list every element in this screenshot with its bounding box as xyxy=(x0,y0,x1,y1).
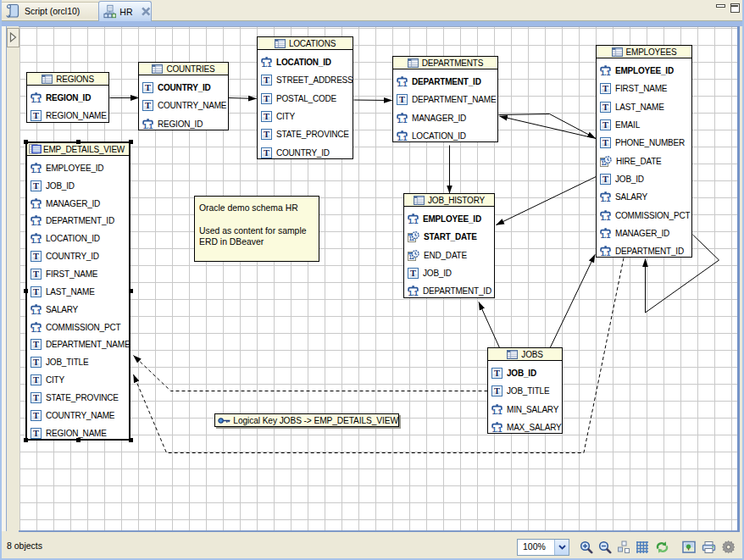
svg-text:T: T xyxy=(33,252,39,261)
svg-text:T: T xyxy=(33,181,39,191)
svg-text:1.1: 1.1 xyxy=(31,96,42,103)
svg-text:T: T xyxy=(602,85,608,94)
svg-text:1.1: 1.1 xyxy=(397,134,408,141)
svg-text:T: T xyxy=(264,148,269,158)
svg-text:T: T xyxy=(410,269,416,278)
svg-text:T: T xyxy=(264,112,269,121)
svg-text:1.1: 1.1 xyxy=(143,122,153,130)
svg-text:T: T xyxy=(33,393,39,402)
svg-text:1.1: 1.1 xyxy=(397,80,408,87)
svg-text:T: T xyxy=(264,94,269,103)
svg-text:T: T xyxy=(33,269,39,279)
svg-text:1.1: 1.1 xyxy=(31,202,42,209)
svg-text:T: T xyxy=(145,102,151,111)
svg-text:T: T xyxy=(33,341,39,350)
svg-text:1.1: 1.1 xyxy=(31,325,42,333)
svg-text:T: T xyxy=(33,358,39,367)
svg-text:1.1: 1.1 xyxy=(31,308,42,315)
svg-text:T: T xyxy=(494,387,500,396)
svg-text:1.1: 1.1 xyxy=(262,60,272,68)
svg-text:1.1: 1.1 xyxy=(601,213,611,221)
svg-text:1.1: 1.1 xyxy=(31,166,42,174)
svg-text:1.1: 1.1 xyxy=(31,219,42,227)
svg-text:1.1: 1.1 xyxy=(408,217,419,225)
svg-text:T: T xyxy=(602,103,608,112)
svg-text:T: T xyxy=(33,112,39,121)
svg-text:T: T xyxy=(264,76,269,86)
svg-text:T: T xyxy=(602,175,608,184)
svg-text:1.1: 1.1 xyxy=(397,116,408,124)
svg-text:T: T xyxy=(264,130,269,140)
svg-text:T: T xyxy=(602,120,608,130)
svg-text:1.1: 1.1 xyxy=(601,69,611,76)
svg-text:1.1: 1.1 xyxy=(492,425,502,433)
svg-text:T: T xyxy=(33,411,39,420)
svg-text:T: T xyxy=(145,83,151,92)
svg-text:T: T xyxy=(33,375,39,385)
svg-text:T: T xyxy=(33,287,39,297)
svg-text:T: T xyxy=(33,429,39,438)
svg-text:1.1: 1.1 xyxy=(601,231,611,239)
svg-text:1.1: 1.1 xyxy=(31,236,42,244)
svg-text:1.1: 1.1 xyxy=(601,249,611,257)
svg-text:T: T xyxy=(399,96,405,105)
svg-text:T: T xyxy=(494,369,500,378)
svg-text:1.1: 1.1 xyxy=(408,290,419,297)
svg-text:1.1: 1.1 xyxy=(601,195,611,202)
svg-text:T: T xyxy=(602,139,608,148)
svg-text:1.1: 1.1 xyxy=(492,408,502,415)
